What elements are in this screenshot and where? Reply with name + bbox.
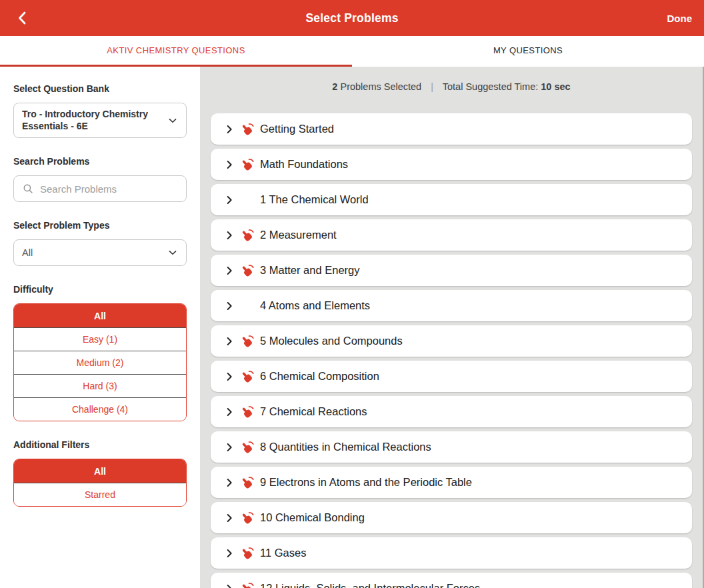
additional-filters-group: AllStarred — [13, 459, 187, 507]
chapter-row[interactable]: 8 Quantities in Chemical Reactions — [211, 431, 692, 463]
chapter-row[interactable]: 9 Electrons in Atoms and the Periodic Ta… — [211, 467, 692, 498]
chapter-row[interactable]: 5 Molecules and Compounds — [211, 325, 692, 357]
question-bank-label: Select Question Bank — [13, 83, 187, 94]
chevron-right-icon — [224, 583, 235, 588]
tab-aktiv-chemistry-questions[interactable]: AKTIV CHEMISTRY QUESTIONS — [0, 36, 352, 67]
tab-bar: AKTIV CHEMISTRY QUESTIONS MY QUESTIONS — [0, 36, 704, 67]
chapter-row[interactable]: 11 Gases — [211, 537, 692, 569]
difficulty-label: Difficulty — [13, 284, 187, 295]
problem-types-label: Select Problem Types — [13, 220, 187, 231]
problem-types-value: All — [22, 247, 33, 258]
chapter-title: Math Foundations — [260, 158, 348, 171]
difficulty-option-challenge-4[interactable]: Challenge (4) — [14, 397, 186, 421]
filter-sidebar: Select Question Bank Tro - Introductory … — [0, 67, 200, 588]
chapter-title: 4 Atoms and Elements — [260, 299, 370, 312]
tap-hand-icon — [240, 121, 256, 137]
chapter-row[interactable]: 3 Matter and Energy — [211, 255, 692, 286]
chapter-title: 9 Electrons in Atoms and the Periodic Ta… — [260, 476, 472, 489]
problem-types-select[interactable]: All — [13, 239, 187, 266]
back-button[interactable] — [12, 7, 33, 29]
tap-hand-icon — [240, 333, 256, 349]
chevron-right-icon — [224, 265, 235, 276]
chapter-title: 12 Liquids, Solids, and Intermolecular F… — [260, 582, 480, 588]
chevron-down-icon — [167, 247, 179, 259]
problem-browser: 2 Problems Selected | Total Suggested Ti… — [200, 67, 703, 588]
difficulty-filter-group: AllEasy (1)Medium (2)Hard (3)Challenge (… — [13, 303, 187, 421]
chapter-title: 10 Chemical Bonding — [260, 511, 365, 524]
summary-separator: | — [431, 81, 433, 92]
chapter-row[interactable]: 1 The Chemical World — [211, 184, 692, 215]
chapter-title: 2 Measurement — [260, 229, 337, 241]
chevron-right-icon — [224, 301, 235, 311]
chapter-row[interactable]: Getting Started — [211, 113, 692, 145]
chapter-row[interactable]: 2 Measurement — [211, 219, 692, 251]
tap-hand-icon — [240, 475, 256, 491]
chapter-row[interactable]: 10 Chemical Bonding — [211, 502, 692, 533]
tap-hand-icon — [240, 404, 256, 420]
difficulty-option-medium-2[interactable]: Medium (2) — [14, 351, 186, 374]
chapter-title: 7 Chemical Reactions — [260, 405, 367, 418]
tap-hand-icon — [240, 439, 256, 455]
search-icon — [22, 183, 34, 195]
search-problems-label: Search Problems — [13, 156, 187, 167]
chapter-title: 3 Matter and Energy — [260, 264, 360, 277]
search-input[interactable] — [40, 183, 178, 195]
question-bank-select[interactable]: Tro - Introductory Chemistry Essentials … — [13, 103, 187, 138]
chevron-right-icon — [224, 407, 235, 417]
chapter-title: 1 The Chemical World — [260, 193, 369, 206]
chevron-right-icon — [224, 336, 235, 347]
chapter-title: 6 Chemical Composition — [260, 370, 379, 383]
chapter-row[interactable]: 7 Chemical Reactions — [211, 396, 692, 427]
difficulty-option-all[interactable]: All — [14, 304, 186, 327]
difficulty-option-hard-3[interactable]: Hard (3) — [14, 374, 186, 397]
chapter-list: Getting Started Math Foundations — [200, 113, 703, 588]
chevron-right-icon — [224, 195, 235, 205]
chevron-down-icon — [167, 115, 179, 127]
tap-hand-icon — [240, 157, 256, 173]
chapter-row[interactable]: 6 Chemical Composition — [211, 361, 692, 392]
chapter-title: 8 Quantities in Chemical Reactions — [260, 441, 431, 453]
selected-text: Problems Selected — [340, 81, 421, 92]
tap-hand-icon — [240, 545, 256, 561]
chapter-title: Getting Started — [260, 123, 334, 135]
chevron-right-icon — [224, 159, 235, 170]
chevron-left-icon — [15, 10, 31, 26]
chapter-row[interactable]: Math Foundations — [211, 149, 692, 180]
question-bank-value: Tro - Introductory Chemistry Essentials … — [22, 109, 163, 132]
tap-hand-icon — [240, 227, 256, 243]
chapter-row[interactable]: 12 Liquids, Solids, and Intermolecular F… — [211, 573, 692, 588]
chevron-right-icon — [224, 442, 235, 453]
search-box — [13, 175, 187, 202]
selection-summary: 2 Problems Selected | Total Suggested Ti… — [200, 67, 703, 92]
select-problems-screen: Select Problems Done AKTIV CHEMISTRY QUE… — [0, 0, 704, 588]
tab-my-questions[interactable]: MY QUESTIONS — [352, 36, 704, 67]
selected-count: 2 — [332, 81, 337, 92]
tap-hand-icon — [240, 369, 256, 385]
time-value: 10 sec — [541, 81, 570, 92]
chapter-title: 11 Gases — [260, 547, 306, 559]
chevron-right-icon — [224, 513, 235, 523]
page-title: Select Problems — [0, 11, 704, 25]
chevron-right-icon — [224, 230, 235, 241]
chapter-row[interactable]: 4 Atoms and Elements — [211, 290, 692, 321]
chevron-right-icon — [224, 548, 235, 559]
time-label: Total Suggested Time: — [443, 81, 538, 92]
done-button[interactable]: Done — [667, 13, 693, 24]
chevron-right-icon — [224, 477, 235, 488]
additional-filter-option-starred[interactable]: Starred — [14, 483, 186, 506]
difficulty-option-easy-1[interactable]: Easy (1) — [14, 327, 186, 351]
tap-hand-icon — [240, 581, 256, 588]
tap-hand-icon — [240, 263, 256, 279]
chevron-right-icon — [224, 371, 235, 382]
app-header: Select Problems Done — [0, 0, 704, 36]
additional-filters-label: Additional Filters — [13, 439, 187, 450]
tap-hand-icon — [240, 510, 256, 526]
chevron-right-icon — [224, 124, 235, 135]
chapter-title: 5 Molecules and Compounds — [260, 335, 403, 347]
additional-filter-option-all[interactable]: All — [14, 459, 186, 483]
